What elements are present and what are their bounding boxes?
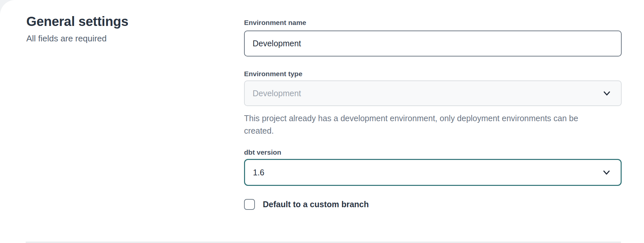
custom-branch-label[interactable]: Default to a custom branch bbox=[263, 200, 369, 209]
environment-type-value: Development bbox=[253, 89, 301, 98]
environment-type-helper: This project already has a development e… bbox=[244, 112, 606, 137]
custom-branch-checkbox[interactable] bbox=[244, 199, 255, 210]
environment-name-input[interactable] bbox=[244, 31, 622, 56]
dbt-version-value: 1.6 bbox=[253, 168, 264, 177]
environment-type-label: Environment type bbox=[244, 70, 622, 78]
environment-type-select: Development bbox=[244, 80, 622, 106]
section-header: General settings All fields are required bbox=[26, 14, 211, 43]
chevron-down-icon bbox=[602, 88, 612, 98]
settings-card: General settings All fields are required… bbox=[0, 0, 644, 243]
dbt-version-label: dbt version bbox=[244, 148, 622, 157]
chevron-down-icon bbox=[602, 167, 611, 177]
page-title: General settings bbox=[26, 14, 211, 29]
section-subtitle: All fields are required bbox=[26, 33, 211, 43]
custom-branch-row: Default to a custom branch bbox=[244, 199, 622, 210]
section-divider bbox=[26, 242, 621, 243]
dbt-version-select[interactable]: 1.6 bbox=[244, 159, 622, 186]
environment-name-label: Environment name bbox=[244, 18, 622, 27]
settings-form: Environment name Environment type Develo… bbox=[244, 18, 622, 210]
